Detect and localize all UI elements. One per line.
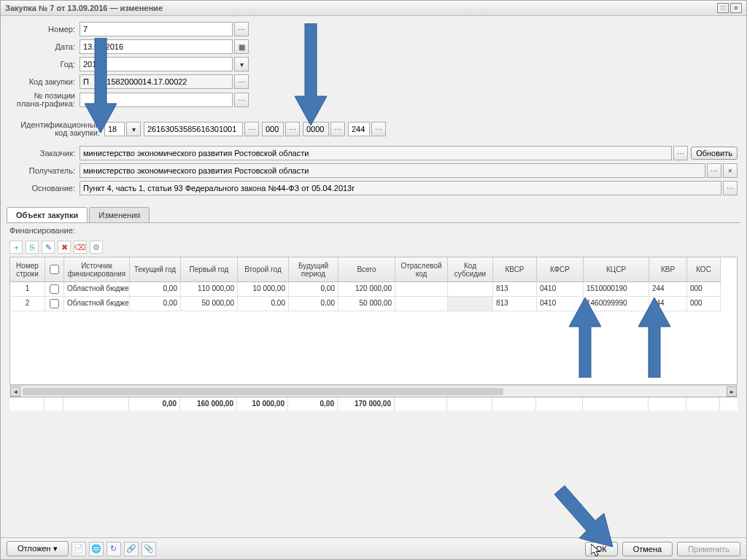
ident-year-dropdown-icon[interactable]: ▾: [126, 122, 141, 136]
code-label: Код закупки:: [9, 77, 80, 86]
cell-no: 1: [10, 282, 45, 297]
copy-row-icon[interactable]: ⎘: [26, 241, 39, 254]
calendar-icon[interactable]: ▦: [234, 39, 249, 54]
total-fut: 0,00: [288, 397, 338, 411]
ident-p3-input[interactable]: [262, 122, 284, 136]
col-subsidy: Код субсидии: [448, 257, 493, 282]
clear-icon[interactable]: ⌫: [74, 241, 87, 254]
scroll-thumb[interactable]: [23, 388, 503, 395]
cell-branch: [395, 282, 448, 297]
recipient-label: Получатель:: [9, 166, 80, 175]
cell-kfsr: 0410: [537, 282, 584, 297]
cell-chk: [45, 282, 64, 297]
planpos-picker-icon[interactable]: ⋯: [234, 93, 249, 107]
col-future: Будущий период: [289, 257, 338, 282]
cell-sub: [448, 282, 493, 297]
number-picker-icon[interactable]: ⋯: [234, 22, 249, 36]
planpos-input[interactable]: [80, 93, 233, 107]
cell-fut: 0,00: [289, 297, 338, 311]
ident-year-input[interactable]: [104, 122, 125, 136]
document-icon[interactable]: 📄: [71, 542, 86, 556]
cell-kvr: 244: [649, 282, 687, 297]
col-year2: Второй год: [238, 257, 289, 282]
ident-kvr-picker-icon[interactable]: ⋯: [371, 122, 386, 136]
year-label: Год:: [9, 60, 80, 69]
number-label: Номер:: [9, 25, 80, 34]
scroll-right-icon[interactable]: ▸: [727, 386, 737, 397]
ident-label: Идентификационный код закупки:: [9, 121, 104, 137]
cell-y2: 10 000,00: [238, 282, 289, 297]
year-picker-icon[interactable]: ▾: [234, 57, 249, 71]
settings-icon[interactable]: ⚙: [90, 241, 103, 254]
maximize-icon[interactable]: □: [717, 3, 729, 13]
customer-picker-icon[interactable]: ⋯: [673, 146, 688, 160]
ident-kvr-input[interactable]: [348, 122, 370, 136]
grid-totals: 0,00 160 000,00 10 000,00 0,00 170 000,0…: [9, 397, 738, 411]
scroll-left-icon[interactable]: ◂: [10, 386, 20, 397]
total-all: 170 000,00: [338, 397, 395, 411]
tab-changes[interactable]: Изменения: [89, 207, 150, 222]
ok-button[interactable]: ОК: [585, 542, 618, 556]
grid-toolbar: ＋ ⎘ ✎ ✖ ⌫ ⚙: [1, 238, 746, 257]
titlebar: Закупка № 7 от 13.09.2016 — изменение □ …: [1, 1, 746, 16]
refresh-icon[interactable]: ↻: [107, 542, 121, 556]
cell-fut: 0,00: [289, 282, 338, 297]
recipient-input[interactable]: [80, 163, 705, 178]
status-button[interactable]: Отложен ▾: [7, 541, 69, 556]
close-icon[interactable]: ×: [730, 3, 742, 13]
row-checkbox[interactable]: [50, 284, 59, 294]
ident-ikz-input[interactable]: [144, 122, 243, 136]
table-row[interactable]: 2 Областной бюдже 0,00 50 000,00 0,00 0,…: [10, 297, 737, 311]
ident-p4-picker-icon[interactable]: ⋯: [330, 122, 345, 136]
cell-source: Областной бюдже: [64, 282, 130, 297]
total-cur: 0,00: [129, 397, 180, 411]
code-picker-icon[interactable]: ⋯: [234, 74, 249, 89]
financing-label: Финансирование:: [1, 223, 746, 238]
delete-row-icon[interactable]: ✖: [58, 241, 71, 254]
col-branch: Отраслевой код: [395, 257, 448, 282]
globe-icon[interactable]: 🌐: [89, 542, 104, 556]
attach-icon[interactable]: 📎: [142, 542, 156, 556]
cancel-button[interactable]: Отмена: [622, 542, 673, 556]
cell-total: 120 000,00: [338, 282, 395, 297]
financing-grid-header: Номер строки Источник финансирования Тек…: [10, 257, 737, 282]
link-icon[interactable]: 🔗: [124, 542, 139, 556]
recipient-picker-icon[interactable]: ⋯: [707, 163, 721, 178]
refresh-button[interactable]: Обновить: [691, 147, 738, 160]
cell-kcsr: 1460099990: [584, 297, 649, 311]
cell-total: 50 000,00: [338, 297, 395, 311]
basis-input[interactable]: [80, 181, 721, 195]
cell-no: 2: [10, 297, 45, 311]
col-kos: КОС: [687, 257, 721, 282]
apply-button[interactable]: Применить: [677, 542, 740, 556]
table-row[interactable]: 1 Областной бюдже 0,00 110 000,00 10 000…: [10, 282, 737, 297]
cell-branch: [395, 297, 448, 311]
col-kvsr: КВСР: [493, 257, 537, 282]
horizontal-scrollbar[interactable]: ◂ ▸: [9, 385, 738, 397]
col-row-no: Номер строки: [10, 257, 45, 282]
cell-kos: 000: [687, 297, 721, 311]
ident-picker-icon[interactable]: ⋯: [244, 122, 259, 136]
cell-source: Областной бюдже: [64, 297, 130, 311]
tab-purchase-object[interactable]: Объект закупки: [7, 207, 88, 222]
date-label: Дата:: [9, 42, 80, 51]
recipient-clear-icon[interactable]: ×: [723, 163, 738, 178]
year-input[interactable]: [80, 57, 233, 71]
header-checkbox[interactable]: [50, 265, 59, 274]
basis-picker-icon[interactable]: ⋯: [723, 181, 738, 195]
col-year1: Первый год: [181, 257, 238, 282]
col-total: Всего: [338, 257, 395, 282]
col-cur-year: Текущий год: [130, 257, 181, 282]
customer-input[interactable]: [80, 146, 672, 160]
cell-y1: 50 000,00: [181, 297, 238, 311]
date-input[interactable]: [80, 39, 233, 54]
number-input[interactable]: [80, 22, 233, 36]
code-input[interactable]: [80, 74, 233, 89]
ident-p3-picker-icon[interactable]: ⋯: [285, 122, 300, 136]
edit-row-icon[interactable]: ✎: [42, 241, 55, 254]
total-y2: 10 000,00: [237, 397, 288, 411]
add-row-icon[interactable]: ＋: [9, 241, 23, 254]
col-source: Источник финансирования: [64, 257, 130, 282]
row-checkbox[interactable]: [50, 299, 59, 308]
ident-p4-input[interactable]: [303, 122, 329, 136]
